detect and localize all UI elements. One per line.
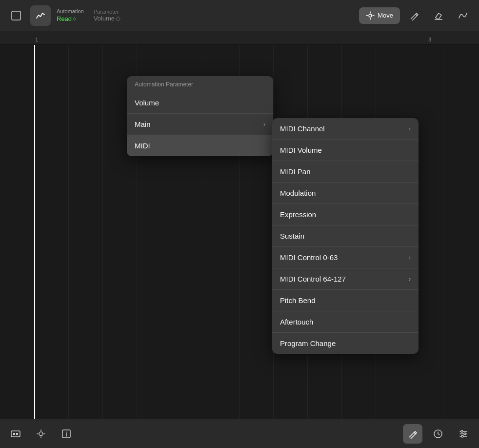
curve-icon bbox=[458, 11, 468, 20]
modulation-label: Modulation bbox=[280, 189, 316, 197]
flex-pitch-button[interactable] bbox=[31, 424, 51, 444]
main-arrow-icon: › bbox=[263, 121, 265, 128]
svg-point-9 bbox=[66, 431, 67, 432]
time-options-button[interactable] bbox=[428, 424, 448, 444]
info-button[interactable] bbox=[57, 424, 76, 444]
svg-point-17 bbox=[461, 435, 463, 437]
info-icon bbox=[61, 428, 72, 439]
svg-rect-5 bbox=[16, 433, 18, 435]
menu-item-sustain[interactable]: Sustain bbox=[272, 225, 419, 247]
ruler-mark-1: 1 bbox=[35, 37, 38, 42]
window-toggle-button[interactable] bbox=[6, 5, 26, 26]
menu-item-expression[interactable]: Expression bbox=[272, 204, 419, 225]
menu-item-modulation[interactable]: Modulation bbox=[272, 183, 419, 204]
primary-menu: Automation Parameter Volume Main › MIDI bbox=[127, 76, 273, 156]
sustain-label: Sustain bbox=[280, 232, 304, 240]
menu-item-midi-control-0-63[interactable]: MIDI Control 0-63 › bbox=[272, 247, 419, 268]
expression-label: Expression bbox=[280, 210, 316, 219]
program-change-label: Program Change bbox=[280, 339, 336, 347]
menu-header: Automation Parameter bbox=[127, 76, 273, 92]
read-chevron-icon: ◇ bbox=[73, 16, 76, 21]
midi-pan-label: MIDI Pan bbox=[280, 167, 311, 176]
automation-label: Automation bbox=[57, 8, 84, 15]
pencil-mode-icon bbox=[408, 429, 418, 439]
parameter-group[interactable]: Parameter Volume ◇ bbox=[94, 9, 120, 22]
eraser-tool-button[interactable] bbox=[428, 5, 449, 26]
automation-parameter-dropdown: Automation Parameter Volume Main › MIDI … bbox=[127, 76, 273, 156]
midi-control-0-63-label: MIDI Control 0-63 bbox=[280, 253, 338, 262]
automation-mode-group[interactable]: Automation Read ◇ bbox=[57, 8, 84, 22]
menu-item-midi[interactable]: MIDI bbox=[127, 135, 273, 156]
grid-line bbox=[102, 45, 103, 419]
timeline-ruler: 1 3 bbox=[0, 31, 479, 45]
menu-item-midi-control-64-127[interactable]: MIDI Control 64-127 › bbox=[272, 268, 419, 290]
automation-icon bbox=[35, 10, 46, 21]
automation-read-button[interactable]: Read ◇ bbox=[57, 15, 76, 22]
svg-point-6 bbox=[39, 432, 43, 436]
menu-item-midi-pan[interactable]: MIDI Pan bbox=[272, 161, 419, 183]
midi-channel-label: MIDI Channel bbox=[280, 124, 325, 133]
sliders-icon bbox=[458, 428, 469, 439]
eraser-icon bbox=[434, 11, 443, 20]
loop-icon bbox=[10, 428, 21, 439]
menu-item-main[interactable]: Main › bbox=[127, 114, 273, 135]
midi-control-64-127-arrow-icon: › bbox=[409, 276, 411, 283]
move-label: Move bbox=[378, 12, 393, 19]
svg-rect-0 bbox=[12, 11, 20, 20]
menu-item-program-change[interactable]: Program Change bbox=[272, 333, 419, 354]
mixer-button[interactable] bbox=[454, 424, 473, 444]
midi-control-64-127-label: MIDI Control 64-127 bbox=[280, 275, 346, 283]
move-icon bbox=[366, 11, 375, 20]
ruler-mark-3: 3 bbox=[428, 37, 431, 42]
pitch-bend-label: Pitch Bend bbox=[280, 296, 316, 305]
menu-item-aftertouch[interactable]: Aftertouch bbox=[272, 311, 419, 333]
curve-tool-button[interactable] bbox=[453, 5, 473, 26]
move-button[interactable]: Move bbox=[359, 7, 400, 24]
menu-item-pitch-bend[interactable]: Pitch Bend bbox=[272, 290, 419, 311]
svg-rect-4 bbox=[13, 433, 15, 435]
window-icon bbox=[11, 10, 21, 21]
playhead bbox=[34, 45, 35, 419]
aftertouch-label: Aftertouch bbox=[280, 318, 313, 326]
midi-control-0-63-arrow-icon: › bbox=[409, 254, 411, 261]
volume-chevron-icon: ◇ bbox=[116, 15, 120, 22]
clock-icon bbox=[433, 428, 443, 439]
parameter-value-button[interactable]: Volume ◇ bbox=[94, 15, 120, 22]
bottom-toolbar bbox=[0, 419, 479, 448]
svg-point-16 bbox=[464, 433, 466, 435]
main-canvas: Automation Parameter Volume Main › MIDI … bbox=[0, 45, 479, 419]
pencil-icon bbox=[409, 11, 419, 20]
menu-item-volume[interactable]: Volume bbox=[127, 92, 273, 114]
svg-point-15 bbox=[461, 430, 463, 432]
grid-line bbox=[68, 45, 69, 419]
menu-item-midi-volume[interactable]: MIDI Volume bbox=[272, 140, 419, 161]
menu-item-midi-label: MIDI bbox=[135, 142, 150, 150]
menu-item-volume-label: Volume bbox=[135, 99, 159, 107]
midi-volume-label: MIDI Volume bbox=[280, 146, 322, 154]
svg-point-11 bbox=[438, 433, 439, 434]
midi-submenu: MIDI Channel › MIDI Volume MIDI Pan Modu… bbox=[272, 118, 419, 354]
svg-rect-3 bbox=[11, 431, 20, 437]
menu-item-main-label: Main bbox=[135, 120, 151, 128]
menu-item-midi-channel[interactable]: MIDI Channel › bbox=[272, 118, 419, 140]
pencil-tool-button[interactable] bbox=[404, 5, 424, 26]
pencil-mode-button[interactable] bbox=[403, 424, 422, 444]
parameter-label: Parameter bbox=[94, 9, 119, 15]
flex-icon bbox=[36, 428, 46, 439]
automation-tool-button[interactable] bbox=[30, 5, 51, 26]
svg-point-1 bbox=[369, 14, 372, 17]
grid-line bbox=[444, 45, 444, 419]
loop-button[interactable] bbox=[6, 424, 25, 444]
midi-channel-arrow-icon: › bbox=[409, 125, 411, 132]
top-toolbar: Automation Read ◇ Parameter Volume ◇ Mov… bbox=[0, 0, 479, 31]
